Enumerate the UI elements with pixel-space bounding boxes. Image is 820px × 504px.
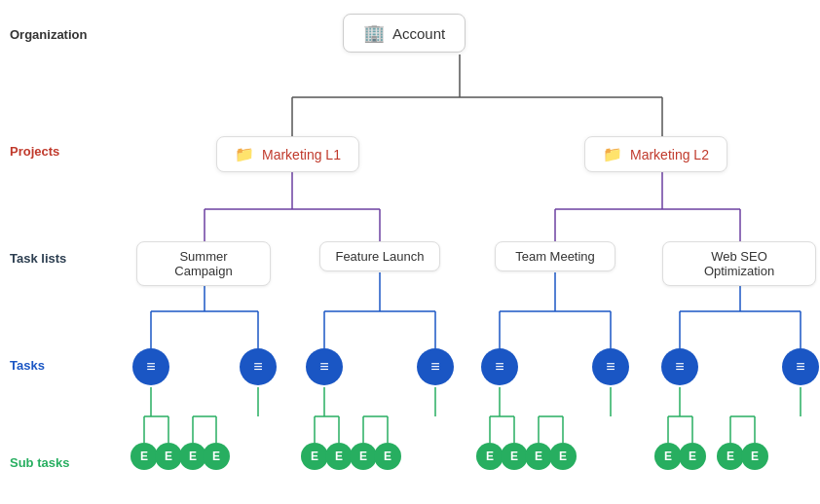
subtask-icon-12: E [559, 450, 567, 463]
task-list-icon-2: ≡ [253, 358, 262, 376]
task-1[interactable]: ≡ [132, 348, 169, 385]
tasklist-sc-label: Summer Campaign [174, 249, 232, 278]
subtask-icon-13: E [664, 450, 672, 463]
subtask-10[interactable]: E [501, 443, 528, 470]
subtask-icon-4: E [212, 450, 220, 463]
account-node[interactable]: 🏢 Account [343, 14, 466, 53]
subtask-14[interactable]: E [679, 443, 706, 470]
org-label: Organization [10, 27, 87, 42]
task-list-icon-1: ≡ [146, 358, 155, 376]
subtask-12[interactable]: E [549, 443, 577, 470]
task-2[interactable]: ≡ [240, 348, 277, 385]
subtask-icon-14: E [689, 450, 696, 463]
tasklist-ws-label: Web SEO Optimization [704, 249, 774, 278]
task-list-icon-4: ≡ [430, 358, 439, 376]
task-list-icon-5: ≡ [495, 358, 503, 376]
subtask-9[interactable]: E [476, 443, 503, 470]
folder-icon-ml1: 📁 [235, 145, 254, 163]
folder-icon-ml2: 📁 [603, 145, 622, 163]
subtasks-label: Sub tasks [10, 455, 69, 470]
subtask-icon-3: E [189, 450, 197, 463]
project-ml1-label: Marketing L1 [262, 147, 341, 162]
subtask-4[interactable]: E [203, 443, 230, 470]
subtask-13[interactable]: E [654, 443, 682, 470]
subtask-8[interactable]: E [374, 443, 401, 470]
projects-label: Projects [10, 144, 59, 159]
subtask-2[interactable]: E [155, 443, 182, 470]
subtask-icon-7: E [359, 450, 367, 463]
tasklist-sc[interactable]: Summer Campaign [136, 241, 271, 286]
project-ml1[interactable]: 📁 Marketing L1 [216, 136, 359, 172]
tasks-label: Tasks [10, 358, 45, 373]
task-6[interactable]: ≡ [592, 348, 629, 385]
tasklist-ws[interactable]: Web SEO Optimization [662, 241, 816, 286]
subtask-icon-10: E [510, 450, 518, 463]
task-list-icon-7: ≡ [675, 358, 684, 376]
subtask-icon-6: E [335, 450, 343, 463]
subtask-icon-1: E [140, 450, 148, 463]
tasklist-fl[interactable]: Feature Launch [319, 241, 440, 271]
subtask-icon-8: E [384, 450, 391, 463]
task-7[interactable]: ≡ [661, 348, 698, 385]
subtask-icon-11: E [535, 450, 542, 463]
task-5[interactable]: ≡ [481, 348, 518, 385]
subtask-icon-9: E [486, 450, 494, 463]
task-list-icon-3: ≡ [319, 358, 328, 376]
task-4[interactable]: ≡ [417, 348, 454, 385]
subtask-icon-2: E [165, 450, 172, 463]
subtask-15[interactable]: E [717, 443, 744, 470]
subtask-16[interactable]: E [741, 443, 768, 470]
task-8[interactable]: ≡ [782, 348, 819, 385]
project-ml2[interactable]: 📁 Marketing L2 [584, 136, 727, 172]
task-list-icon-6: ≡ [606, 358, 615, 376]
task-3[interactable]: ≡ [306, 348, 343, 385]
subtask-5[interactable]: E [301, 443, 328, 470]
tasklists-label: Task lists [10, 251, 66, 266]
diagram: Organization Projects Task lists Tasks S… [0, 0, 820, 504]
subtask-11[interactable]: E [525, 443, 552, 470]
subtask-icon-15: E [727, 450, 734, 463]
tasklist-fl-label: Feature Launch [335, 249, 424, 264]
subtask-icon-16: E [751, 450, 759, 463]
subtask-7[interactable]: E [350, 443, 377, 470]
subtask-icon-5: E [311, 450, 318, 463]
tasklist-tm-label: Team Meeting [515, 249, 595, 264]
building-icon: 🏢 [363, 22, 385, 44]
tasklist-tm[interactable]: Team Meeting [495, 241, 615, 271]
subtask-1[interactable]: E [130, 443, 158, 470]
subtask-6[interactable]: E [325, 443, 353, 470]
task-list-icon-8: ≡ [796, 358, 804, 376]
account-label: Account [392, 25, 445, 42]
project-ml2-label: Marketing L2 [630, 147, 709, 162]
